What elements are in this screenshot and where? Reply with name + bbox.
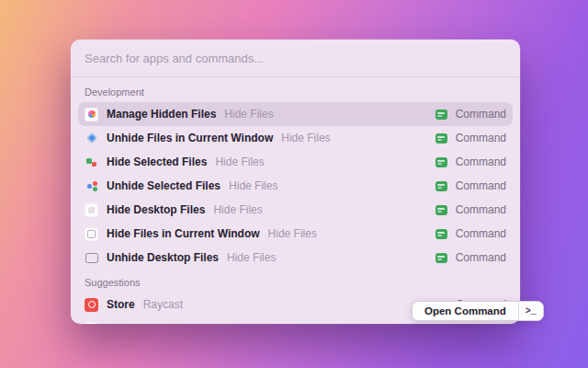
item-accessory: Command — [456, 108, 506, 121]
command-type-icon — [435, 229, 447, 239]
item-subtitle: Hide Files — [227, 251, 276, 264]
command-type-icon — [435, 253, 447, 263]
outline-square-icon — [85, 227, 98, 241]
item-title: Hide Selected Files — [107, 155, 207, 168]
extension-flower-icon — [85, 108, 98, 121]
item-subtitle: Hide Files — [215, 155, 264, 168]
command-type-icon — [435, 181, 447, 191]
item-subtitle: Hide Files — [268, 227, 317, 240]
item-subtitle: Hide Files — [229, 179, 277, 192]
desktop-background: DevelopmentManage Hidden FilesHide Files… — [0, 0, 588, 368]
list-item[interactable]: Hide Files in Current WindowHide FilesCo… — [78, 222, 513, 246]
list-item[interactable]: Unhide Desktop FilesHide FilesCommand — [78, 246, 513, 270]
blank-chip-icon — [85, 203, 98, 217]
command-type-icon — [435, 205, 447, 215]
item-accessory: Command — [456, 155, 506, 168]
open-command-button[interactable]: Open Command >_ — [412, 301, 544, 321]
item-subtitle: Hide Files — [224, 108, 273, 121]
section-header: Development — [85, 86, 506, 98]
list-item[interactable]: Unhide Selected FilesHide FilesCommand — [78, 174, 513, 198]
item-accessory: Command — [456, 203, 506, 216]
color-squares-icon — [85, 155, 98, 169]
item-title: Hide Desktop Files — [107, 203, 205, 216]
item-title: Unhide Desktop Files — [107, 251, 219, 264]
item-title: Open Path — [107, 322, 162, 324]
color-dots-icon — [85, 179, 98, 193]
item-subtitle: Raycast — [143, 298, 183, 311]
store-icon — [85, 298, 98, 312]
command-type-icon — [435, 109, 447, 120]
command-type-icon — [435, 157, 447, 167]
item-accessory: Command — [456, 179, 506, 192]
pencil-icon — [85, 322, 98, 325]
item-accessory: Command — [456, 227, 506, 240]
item-accessory: Command — [456, 251, 506, 264]
list-item[interactable]: Unhide Files in Current WindowHide Files… — [78, 126, 513, 150]
open-command-label: Open Command — [413, 302, 518, 320]
launcher-window: DevelopmentManage Hidden FilesHide Files… — [71, 40, 520, 324]
command-type-icon — [435, 324, 447, 325]
item-title: Manage Hidden Files — [107, 108, 216, 121]
item-subtitle: Hide Files — [213, 203, 262, 216]
terminal-prompt-key-icon: >_ — [518, 302, 543, 320]
section-header: Suggestions — [85, 277, 506, 288]
item-title: Store — [107, 298, 135, 311]
results-list: DevelopmentManage Hidden FilesHide Files… — [71, 77, 520, 324]
item-accessory: Command — [456, 322, 506, 324]
item-accessory: Command — [456, 132, 506, 144]
blue-box-icon — [85, 132, 98, 145]
item-title: Unhide Selected Files — [107, 179, 220, 192]
item-title: Hide Files in Current Window — [107, 227, 260, 240]
command-type-icon — [435, 133, 447, 144]
item-subtitle: Hide Files — [281, 132, 330, 144]
search-input[interactable] — [85, 52, 506, 65]
list-item[interactable]: Hide Selected FilesHide FilesCommand — [78, 150, 513, 174]
window-outline-icon — [85, 251, 98, 265]
item-title: Unhide Files in Current Window — [107, 132, 273, 144]
search-bar — [71, 40, 520, 76]
list-item[interactable]: Manage Hidden FilesHide FilesCommand — [78, 102, 513, 126]
list-item[interactable]: Hide Desktop FilesHide FilesCommand — [78, 198, 513, 222]
